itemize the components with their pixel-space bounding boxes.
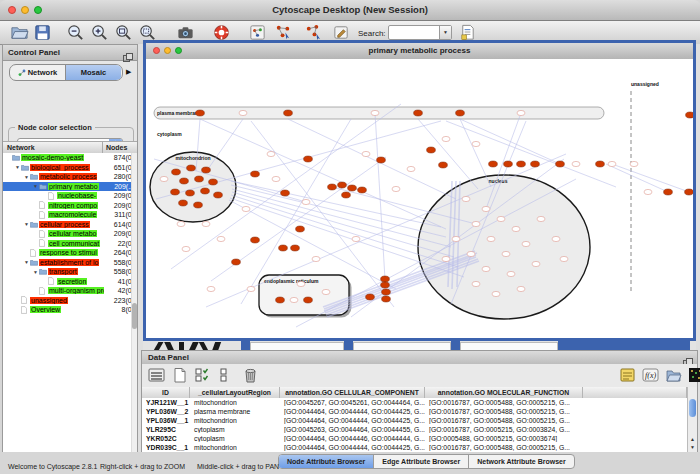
table-row[interactable]: YLR295Ccytoplasm[GO:0045263, GO:0044464,… xyxy=(142,425,687,434)
network-label[interactable]: macromolecule xyxy=(48,211,97,218)
import-attributes-folder-icon[interactable] xyxy=(665,367,682,383)
tree-scroll-thumb[interactable] xyxy=(132,303,137,329)
table-cell: [GO:0044464, GO:0044444, GO:0044425, G..… xyxy=(280,417,425,424)
column-header[interactable]: _cellularLayoutRegion xyxy=(190,387,280,398)
unselect-attributes-icon[interactable] xyxy=(217,367,234,383)
tree-row[interactable]: unassigned223(0) xyxy=(3,296,137,306)
label-icon[interactable] xyxy=(619,367,636,383)
node-highlighted xyxy=(279,245,288,251)
title-bar[interactable]: Cytoscape Desktop (New Session) xyxy=(0,0,700,21)
network-column-header[interactable]: Network xyxy=(7,144,35,151)
network-label[interactable]: biological_process xyxy=(30,164,90,171)
attr-tab-edge[interactable]: Edge Attribute Browser xyxy=(374,455,469,468)
tab-mosaic[interactable]: Mosaic xyxy=(66,65,121,80)
network-label[interactable]: response to stimul xyxy=(39,249,98,256)
tree-row[interactable]: macromolecule311(0) xyxy=(3,210,137,220)
tree-row[interactable]: cellular metabo209(0) xyxy=(3,229,137,239)
expand-arrow-icon[interactable]: ▼ xyxy=(14,164,21,170)
tree-row[interactable]: nucleobase-209(0) xyxy=(3,191,137,201)
node-highlighted xyxy=(686,112,693,118)
create-attribute-icon[interactable] xyxy=(171,367,188,383)
table-row[interactable]: YPL036W__1mitochondrion[GO:0044464, GO:0… xyxy=(142,416,687,425)
network-label[interactable]: nitrogen compo xyxy=(48,202,98,209)
expand-arrow-icon[interactable]: ▼ xyxy=(23,221,30,227)
expand-arrow-icon[interactable]: ▼ xyxy=(23,174,30,180)
search-dropdown-arrow-icon[interactable]: ▼ xyxy=(439,26,451,39)
network-label[interactable]: cellular metabo xyxy=(48,230,97,237)
expand-arrow-icon[interactable]: ▼ xyxy=(32,269,39,275)
column-header[interactable]: annotation.GO CELLULAR_COMPONENT xyxy=(280,387,425,398)
network-canvas[interactable]: plasma membranecytoplasmmitochondrionnuc… xyxy=(146,59,693,338)
function-builder-icon[interactable]: f(x) xyxy=(642,367,659,383)
float-panel-icon[interactable] xyxy=(123,48,133,57)
tree-row[interactable]: nitrogen compo209(0) xyxy=(3,201,137,211)
tree-row[interactable]: ▼biological_process651(0) xyxy=(3,163,137,173)
network-label[interactable]: multi-organism pro xyxy=(48,287,104,294)
nodes-column-header[interactable]: Nodes xyxy=(106,144,127,151)
tree-row[interactable]: ▼cellular process614(0) xyxy=(3,220,137,230)
zoom-out-icon[interactable] xyxy=(66,23,85,42)
tree-scrollbar[interactable] xyxy=(131,153,137,453)
tree-row[interactable]: response to stimul264(0) xyxy=(3,248,137,258)
tree-row[interactable]: ▼establishment of lo558(0) xyxy=(3,258,137,268)
table-cell: [GO:0045267, GO:0045261, GO:0044464, G..… xyxy=(280,399,425,406)
edge xyxy=(606,164,668,192)
delete-attribute-trash-icon[interactable] xyxy=(242,367,259,383)
control-panel-tab-bar: Network Mosaic xyxy=(9,64,123,81)
select-attributes-icon[interactable] xyxy=(194,367,211,383)
table-row[interactable]: YKR052Ccytoplasm[GO:0044464, GO:0044446,… xyxy=(142,434,687,443)
tab-network[interactable]: Network xyxy=(10,65,66,80)
search-input[interactable]: ▼ xyxy=(388,25,452,40)
network-label[interactable]: Overview xyxy=(30,306,61,313)
tab-overflow-arrow-icon[interactable]: ▶ xyxy=(126,68,131,76)
network-label[interactable]: unassigned xyxy=(30,297,68,304)
column-header[interactable]: ID xyxy=(142,387,190,398)
network-label[interactable]: establishment of lo xyxy=(39,259,99,266)
network-label[interactable]: cell communicat xyxy=(48,240,100,247)
table-cell: cytoplasm xyxy=(190,426,280,433)
float-data-panel-icon[interactable] xyxy=(683,353,693,362)
column-header[interactable] xyxy=(583,387,687,398)
save-icon[interactable] xyxy=(33,23,52,42)
attr-tab-network[interactable]: Network Attribute Browser xyxy=(469,455,573,468)
table-row[interactable]: YDR039C__1mitochondrion[GO:0044464, GO:0… xyxy=(142,443,687,452)
node-unselected xyxy=(442,136,450,141)
node-unselected xyxy=(352,236,360,241)
network-label[interactable]: metabolic process xyxy=(39,173,97,180)
tree-row[interactable]: Overview8(0) xyxy=(3,305,137,315)
network-label[interactable]: cellular process xyxy=(39,221,90,228)
file-icon xyxy=(39,239,48,247)
zoom-fit-icon[interactable] xyxy=(114,23,133,42)
network-label[interactable]: mosaic-demo-yeast xyxy=(21,154,84,161)
network-label[interactable]: primary metabo xyxy=(48,183,99,190)
network-label[interactable]: transport xyxy=(48,268,78,275)
table-scroll-thumb[interactable] xyxy=(689,399,696,417)
tree-row[interactable]: ▼primary metabo209(... xyxy=(3,182,137,192)
expand-arrow-icon[interactable]: ▼ xyxy=(32,183,39,189)
table-row[interactable]: YJR121W__1mitochondrion[GO:0045267, GO:0… xyxy=(142,398,687,407)
matrix-icon[interactable] xyxy=(688,367,697,383)
tree-row[interactable]: secretion41(0) xyxy=(3,277,137,287)
table-row[interactable]: YPL036W__2plasma membrane[GO:0044464, GO… xyxy=(142,407,687,416)
attribute-panel-icon[interactable] xyxy=(148,367,165,383)
expand-arrow-icon[interactable]: ▼ xyxy=(23,259,30,265)
tree-row[interactable]: multi-organism pro42(0) xyxy=(3,286,137,296)
zoom-in-icon[interactable] xyxy=(90,23,109,42)
tree-row[interactable]: ▼metabolic process280(0) xyxy=(3,172,137,182)
tree-row[interactable]: ▼transport558(0) xyxy=(3,267,137,277)
tree-row[interactable]: cell communicat22(0) xyxy=(3,239,137,249)
open-folder-icon[interactable] xyxy=(10,23,29,42)
column-header[interactable]: annotation.GO MOLECULAR_FUNCTION xyxy=(425,387,583,398)
table-scroll-arrows-icon[interactable]: ▲▼ xyxy=(688,435,697,451)
network-label[interactable]: nucleobase- xyxy=(57,192,97,199)
file-icon xyxy=(21,306,30,314)
network-label[interactable]: secretion xyxy=(57,278,87,285)
node-unselected xyxy=(182,246,190,251)
node-highlighted xyxy=(195,176,204,182)
attr-tab-node[interactable]: Node Attribute Browser xyxy=(279,455,374,468)
tree-row[interactable]: mosaic-demo-yeast874(0) xyxy=(3,153,137,163)
network-view-titlebar[interactable]: primary metabolic process xyxy=(146,43,693,60)
file-icon xyxy=(39,211,48,219)
table-cell: [GO:0016787, GO:0005215, GO:0003824, G..… xyxy=(425,426,583,433)
table-scrollbar[interactable]: ▲▼ xyxy=(687,387,697,452)
